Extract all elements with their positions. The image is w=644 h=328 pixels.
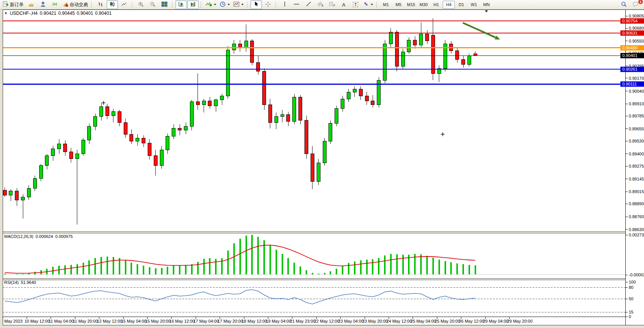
chevron-down-icon[interactable]: ▼ — [4, 11, 8, 15]
trendline-button[interactable] — [303, 0, 314, 9]
toolbar-grip — [172, 2, 174, 8]
price-tick-label: 0.88760 — [629, 214, 644, 219]
zoom-in-button[interactable] — [135, 0, 147, 9]
text-tool-button[interactable]: A — [338, 0, 349, 9]
candle-body — [467, 56, 471, 65]
candle-body — [100, 107, 103, 117]
auto-trading-icon — [62, 1, 69, 8]
time-axis-label: 15 May 20:00 — [145, 319, 171, 323]
candle-body — [75, 154, 79, 159]
trendline-icon — [306, 1, 311, 8]
tile-windows-button[interactable] — [159, 0, 170, 9]
timeframe-button-H1[interactable]: H1 — [430, 1, 442, 9]
rsi-value: 51.9640 — [21, 280, 36, 285]
time-axis-label: 22 May 12:00 — [314, 319, 340, 323]
candlestick-chart-button[interactable] — [107, 0, 118, 9]
equidistant-channel-button[interactable]: E — [314, 0, 326, 9]
candle-body — [166, 136, 169, 150]
timeframe-button-D1[interactable]: D1 — [455, 1, 467, 9]
timeframe-button-H4[interactable]: H4 — [443, 1, 455, 9]
indicators-add-icon — [206, 1, 212, 8]
candle-body — [359, 89, 362, 96]
candle-body — [401, 52, 405, 67]
candle-body — [389, 32, 392, 44]
templates-button[interactable] — [232, 0, 245, 9]
profile-button[interactable] — [37, 0, 49, 9]
search-button[interactable] — [618, 0, 630, 9]
chart-window: 0.908050.906800.905500.904250.902950.901… — [3, 10, 644, 325]
chat-button[interactable]: 1 — [630, 0, 641, 9]
equidistant-channel-icon: E — [317, 1, 324, 8]
arrows-tool-button[interactable] — [362, 0, 375, 9]
candle-body — [274, 117, 278, 122]
candle-body — [238, 44, 242, 48]
timeframe-button-M1[interactable]: M1 — [380, 1, 392, 9]
chart-canvas[interactable]: 0.908050.906800.905500.904250.902950.901… — [3, 10, 644, 325]
candle-body — [353, 89, 356, 92]
timeframe-button-M5[interactable]: M5 — [392, 1, 405, 9]
line-chart-button[interactable] — [118, 0, 130, 9]
candle-body — [15, 191, 19, 200]
auto-trading-label: 自动交易 — [70, 2, 88, 8]
crosshair-button[interactable] — [262, 0, 274, 9]
crosshair-icon — [265, 1, 271, 8]
zo om-out-icon — [150, 1, 156, 8]
pane-separator[interactable] — [3, 279, 625, 280]
timeframe-button-M30[interactable]: M30 — [418, 1, 430, 9]
cursor-button[interactable] — [250, 0, 262, 9]
periods-button[interactable] — [218, 0, 231, 9]
fibonacci-button[interactable]: F — [326, 0, 338, 9]
price-tick-label: 0.90550 — [629, 39, 644, 43]
time-axis-label: 29 May 20:00 — [507, 319, 532, 323]
horizontal-line-button[interactable] — [291, 0, 302, 9]
candle-body — [57, 144, 61, 149]
chart-background[interactable] — [3, 10, 644, 325]
chart-shift-button[interactable] — [187, 0, 199, 9]
candle-body — [130, 134, 133, 141]
zoom-out-button[interactable] — [147, 0, 158, 9]
time-axis-label: 29 May 04:00 — [483, 319, 509, 323]
bar-chart-button[interactable] — [95, 0, 106, 9]
candle-body — [88, 126, 91, 140]
arrows-tool-icon — [363, 1, 369, 8]
timeframe-button-W1[interactable]: W1 — [468, 1, 480, 9]
macd-label: MACD(12,26,9) 0.000624 0.000975 — [4, 234, 73, 239]
rsi-axis-label: 80 — [629, 285, 633, 290]
candle-body — [293, 97, 296, 122]
candle-body — [51, 149, 55, 156]
candle-body — [94, 117, 97, 127]
dropdown-caret — [228, 4, 230, 5]
vertical-line-button[interactable] — [279, 0, 290, 9]
auto-scroll-button[interactable] — [175, 0, 187, 9]
rsi-label: RSI(14) 51.9640 — [4, 280, 36, 285]
svg-text:E: E — [322, 4, 324, 7]
timeframe-toolbar: M1M5M15M30H1H4D1W1MN — [380, 1, 493, 9]
candle-body — [456, 51, 459, 60]
signal-button[interactable] — [49, 0, 61, 9]
new-order-button[interactable]: 新订单 — [1, 0, 25, 9]
candle-body — [305, 120, 308, 154]
candle-body — [196, 102, 199, 105]
auto-trading-button[interactable]: 自动交易 — [61, 0, 89, 9]
label-tool-button[interactable]: T — [350, 0, 361, 9]
toolbar-grip — [91, 2, 93, 8]
new-order-label: 新订单 — [10, 2, 24, 8]
candle-body — [462, 60, 465, 65]
candle-body — [208, 101, 212, 106]
main-toolbar: 新订单 自动交易 — [0, 0, 644, 10]
candle-body — [64, 144, 67, 152]
ohlc-low: 0.90401 — [77, 11, 93, 16]
timeframe-button-M15[interactable]: M15 — [405, 1, 417, 9]
text-tool-icon: A — [342, 2, 346, 8]
timeframe-button-MN[interactable]: MN — [480, 1, 493, 9]
price-tag-label: 0.90754 — [622, 19, 638, 23]
candle-body — [431, 35, 435, 73]
svg-text:F: F — [333, 4, 335, 7]
indicators-button[interactable] — [204, 0, 218, 9]
rsi-axis-label: 50 — [629, 296, 633, 301]
price-tick-label: 0.89400 — [629, 152, 644, 156]
ohlc-open: 0.90421 — [40, 11, 56, 16]
toolbar-grip — [376, 2, 378, 8]
pane-separator[interactable] — [3, 232, 625, 233]
market-watch-button[interactable] — [26, 0, 37, 9]
